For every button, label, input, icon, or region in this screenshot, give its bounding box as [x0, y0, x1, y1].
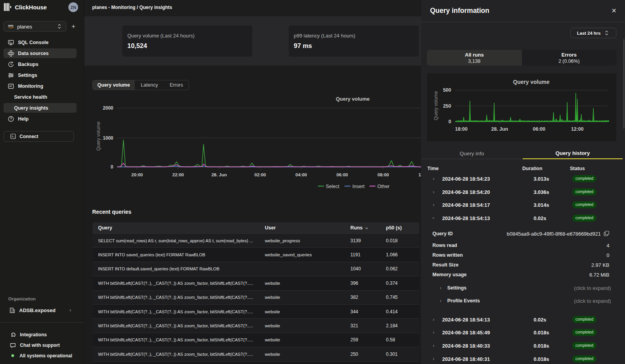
svg-text:250: 250 [443, 103, 451, 109]
svg-text:20:00: 20:00 [131, 172, 143, 177]
svg-text:0: 0 [111, 164, 113, 170]
svg-text:Select: Select [326, 184, 339, 189]
svg-text:06:00: 06:00 [533, 126, 545, 132]
svg-text:Query volume: Query volume [96, 121, 101, 151]
svg-text:Query volume: Query volume [513, 79, 550, 85]
svg-text:0: 0 [448, 119, 451, 124]
svg-text:10:00: 10:00 [418, 172, 421, 177]
svg-text:04:00: 04:00 [295, 172, 307, 177]
svg-text:22:00: 22:00 [172, 172, 184, 177]
svg-text:2000: 2000 [103, 105, 113, 111]
svg-text:Query volume: Query volume [433, 91, 439, 120]
svg-text:02:00: 02:00 [254, 172, 266, 177]
svg-text:06:00: 06:00 [336, 172, 348, 177]
svg-text:18:00: 18:00 [455, 126, 468, 132]
svg-text:500: 500 [443, 87, 451, 93]
svg-text:Other: Other [377, 184, 389, 189]
svg-text:Insert: Insert [352, 184, 365, 189]
svg-text:28. Jun: 28. Jun [211, 172, 227, 177]
svg-text:12:00: 12:00 [571, 126, 584, 132]
svg-text:aws: aws [8, 24, 13, 27]
svg-text:08:00: 08:00 [377, 172, 389, 177]
svg-text:1000: 1000 [103, 135, 113, 141]
svg-text:Query volume: Query volume [336, 96, 370, 102]
svg-text:28. Jun: 28. Jun [491, 126, 508, 132]
